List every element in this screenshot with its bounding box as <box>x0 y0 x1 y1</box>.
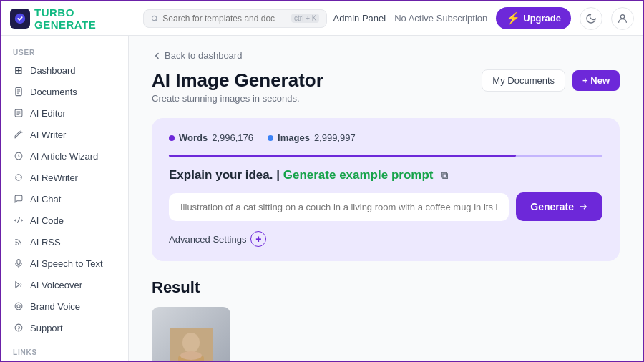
sidebar-item-ai-article-wizard[interactable]: AI Article Wizard <box>1 145 128 167</box>
svg-point-12 <box>15 303 22 310</box>
words-label: Words <box>179 132 208 143</box>
sidebar-item-label: AI Code <box>30 215 64 226</box>
result-section: Result <box>152 278 620 361</box>
user-icon <box>617 13 628 24</box>
ai-rewriter-icon <box>13 172 24 183</box>
svg-point-13 <box>17 305 20 308</box>
advanced-settings-row[interactable]: Advanced Settings + <box>169 231 602 247</box>
sidebar-item-label: Dashboard <box>30 65 76 76</box>
sidebar-item-label: Documents <box>30 87 77 97</box>
sidebar: USER ⊞ Dashboard Documents AI Editor AI … <box>1 36 129 361</box>
topbar: TURBOGENERATE ctrl + K Admin Panel No Ac… <box>1 1 643 36</box>
brand-voice-icon <box>13 300 24 312</box>
ai-writer-icon <box>13 129 24 140</box>
sidebar-item-dashboard[interactable]: ⊞ Dashboard <box>1 59 128 81</box>
sidebar-item-support[interactable]: Support <box>1 317 128 338</box>
svg-point-9 <box>15 243 16 245</box>
arrow-right-icon <box>578 202 588 212</box>
support-icon <box>13 322 24 333</box>
stat-bar <box>169 155 602 157</box>
generate-example-prompt-link[interactable]: Generate example prompt <box>283 168 434 182</box>
header-actions: My Documents + New <box>482 69 620 92</box>
moon-icon <box>585 13 597 24</box>
chevron-left-icon <box>152 51 162 61</box>
generator-card: Words 2,996,176 Images 2,999,997 Explain… <box>152 118 620 261</box>
doc-copy-icon[interactable]: ⧉ <box>441 170 448 181</box>
links-section-label: LINKS <box>1 344 128 359</box>
sidebar-item-ai-rss[interactable]: AI RSS <box>1 231 128 253</box>
prompt-label: Explain your idea. | Generate example pr… <box>169 168 602 182</box>
sidebar-item-ai-rewriter[interactable]: AI ReWriter <box>1 167 128 188</box>
sidebar-item-label: AI Writer <box>30 129 66 140</box>
ai-editor-icon <box>13 107 24 119</box>
svg-marker-11 <box>16 282 20 288</box>
search-shortcut: ctrl + K <box>291 14 319 23</box>
upgrade-button[interactable]: ⚡ Upgrade <box>496 7 571 29</box>
ai-code-icon <box>13 215 24 226</box>
sidebar-item-ai-chat[interactable]: AI Chat <box>1 188 128 210</box>
ai-speech-icon <box>13 258 24 269</box>
words-value: 2,996,176 <box>212 132 253 143</box>
sidebar-item-ai-editor[interactable]: AI Editor <box>1 102 128 124</box>
stat-bar-fill <box>169 155 516 157</box>
svg-point-15 <box>18 330 19 331</box>
new-button[interactable]: + New <box>572 70 620 91</box>
search-icon <box>151 14 158 24</box>
sidebar-item-ai-writer[interactable]: AI Writer <box>1 124 128 145</box>
words-dot <box>169 135 175 141</box>
logo-text: TURBOGENERATE <box>34 6 96 31</box>
topbar-right: Admin Panel No Active Subscription ⚡ Upg… <box>333 7 634 30</box>
ai-chat-icon <box>13 193 24 205</box>
no-subscription-label: No Active Subscription <box>394 13 487 24</box>
main-layout: USER ⊞ Dashboard Documents AI Editor AI … <box>1 36 643 361</box>
page-title: AI Image Generator <box>152 69 323 92</box>
sidebar-item-label: Support <box>30 323 63 333</box>
sidebar-item-label: AI Speech to Text <box>30 258 103 269</box>
svg-point-19 <box>180 351 202 360</box>
advanced-settings-label: Advanced Settings <box>169 234 246 245</box>
sidebar-item-favorites[interactable]: F Favorites <box>1 359 128 361</box>
advanced-settings-plus-icon: + <box>250 231 266 247</box>
user-profile-button[interactable] <box>611 7 634 30</box>
sidebar-item-label: AI Chat <box>30 194 61 205</box>
images-dot <box>268 135 273 141</box>
sidebar-item-label: AI Voiceover <box>30 280 82 290</box>
page-title-block: AI Image Generator Create stunning image… <box>152 69 323 104</box>
images-value: 2,999,997 <box>314 132 356 143</box>
logo: TURBOGENERATE <box>10 6 137 31</box>
back-to-dashboard-link[interactable]: Back to dashboard <box>152 50 620 61</box>
sidebar-item-ai-voiceover[interactable]: AI Voiceover <box>1 274 128 295</box>
sidebar-item-label: AI ReWriter <box>30 172 78 183</box>
words-stat: Words 2,996,176 <box>169 132 253 143</box>
search-bar[interactable]: ctrl + K <box>143 9 327 28</box>
result-person-svg <box>170 328 213 361</box>
sidebar-item-documents[interactable]: Documents <box>1 81 128 102</box>
user-section-label: USER <box>1 44 128 59</box>
sidebar-item-ai-speech-to-text[interactable]: AI Speech to Text <box>1 253 128 274</box>
ai-rss-icon <box>13 236 24 248</box>
svg-point-2 <box>620 14 624 18</box>
generate-button[interactable]: Generate <box>516 192 602 221</box>
result-title: Result <box>152 278 620 297</box>
admin-panel-link[interactable]: Admin Panel <box>333 13 386 24</box>
prompt-input-row: Generate <box>169 192 602 221</box>
dark-mode-button[interactable] <box>580 7 602 30</box>
sidebar-item-ai-code[interactable]: AI Code <box>1 210 128 231</box>
sidebar-item-brand-voice[interactable]: Brand Voice <box>1 295 128 317</box>
images-stat: Images 2,999,997 <box>268 132 356 143</box>
ai-voiceover-icon <box>13 279 24 290</box>
sidebar-item-label: AI Article Wizard <box>30 151 98 162</box>
dashboard-icon: ⊞ <box>13 64 24 76</box>
result-image <box>152 307 230 361</box>
sidebar-item-label: AI Editor <box>30 108 66 119</box>
search-input[interactable] <box>162 14 287 24</box>
prompt-input[interactable] <box>169 193 509 221</box>
my-documents-button[interactable]: My Documents <box>482 69 565 92</box>
logo-icon <box>10 9 30 29</box>
upgrade-plus-icon: ⚡ <box>506 11 520 25</box>
ai-article-wizard-icon <box>13 150 24 162</box>
images-label: Images <box>278 132 310 143</box>
page-header: AI Image Generator Create stunning image… <box>152 69 620 104</box>
page-subtitle: Create stunning images in seconds. <box>152 93 323 104</box>
stats-row: Words 2,996,176 Images 2,999,997 <box>169 132 602 143</box>
